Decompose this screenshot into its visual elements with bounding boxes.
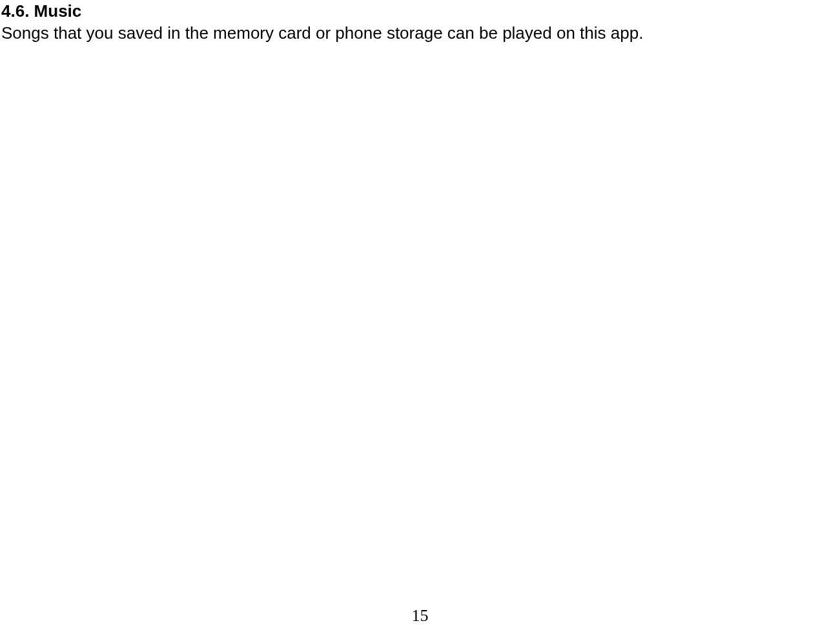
section-body-text: Songs that you saved in the memory card … [1,23,840,45]
section-heading: 4.6. Music [1,1,840,21]
page-number: 15 [412,606,429,626]
document-content: 4.6. Music Songs that you saved in the m… [0,0,840,45]
